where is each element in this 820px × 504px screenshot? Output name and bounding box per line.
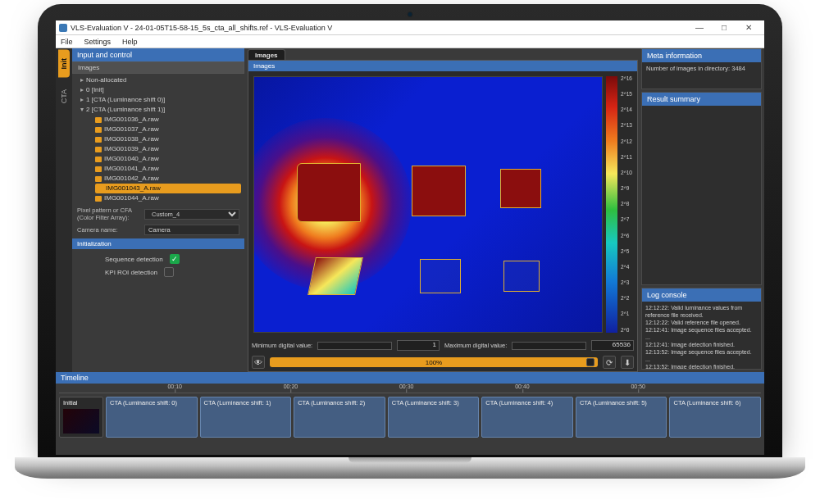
- file-icon: [95, 176, 102, 182]
- side-tab-init[interactable]: Init: [58, 50, 70, 78]
- menu-help[interactable]: Help: [122, 38, 138, 46]
- timeline: 00:1000:2000:3000:4000:50 InitialCTA (Lu…: [56, 384, 764, 443]
- min-digital-value[interactable]: 1: [397, 340, 440, 351]
- tree-cta0[interactable]: 1 [CTA (Luminance shift 0)]: [86, 96, 165, 103]
- side-tab-strip: Init CTA: [56, 48, 72, 372]
- timeline-clip[interactable]: CTA (Luminance shift: 2): [294, 397, 385, 438]
- side-tab-cta[interactable]: CTA: [58, 81, 70, 111]
- timeline-clip[interactable]: CTA (Luminance shift: 0): [106, 397, 198, 438]
- laptop-base: [15, 457, 805, 479]
- minimize-button[interactable]: —: [687, 20, 712, 35]
- timeline-clip[interactable]: Initial: [59, 397, 103, 438]
- eye-icon[interactable]: 👁: [252, 356, 265, 369]
- file-item[interactable]: IMG001042_A.raw: [95, 174, 241, 184]
- sequence-detection-label: Sequence detection: [105, 256, 163, 263]
- file-item[interactable]: IMG001036_A.raw: [95, 115, 241, 125]
- image-tree[interactable]: ▸Non-allocated ▸0 [Init] ▸1 [CTA (Lumina…: [72, 74, 244, 205]
- min-digital-slider[interactable]: [317, 342, 392, 350]
- kpi-roi-checkbox[interactable]: [164, 267, 174, 277]
- tree-non-allocated[interactable]: Non-allocated: [86, 76, 126, 84]
- close-button[interactable]: ✕: [736, 20, 761, 35]
- file-item[interactable]: IMG001041_A.raw: [95, 164, 241, 174]
- timeline-clip[interactable]: CTA (Luminance shift: 4): [481, 397, 573, 438]
- viewer-header: Images: [248, 61, 637, 71]
- timeline-clip[interactable]: CTA (Luminance shift: 1): [200, 397, 292, 438]
- max-digital-slider[interactable]: [512, 342, 586, 350]
- window-title: VLS-Evaluation V - 24-01-05T15-58-15_5s_…: [71, 24, 332, 32]
- file-icon: [95, 117, 102, 123]
- timeline-ruler[interactable]: 00:1000:2000:3000:4000:50: [59, 384, 761, 393]
- file-icon: [95, 137, 102, 143]
- file-icon: [95, 127, 102, 133]
- camera-input[interactable]: [144, 225, 239, 235]
- max-digital-value[interactable]: 65536: [591, 340, 634, 351]
- file-icon: [95, 166, 102, 172]
- min-digital-label: Minimum digital value:: [252, 342, 312, 349]
- right-column: Meta information Number of images in dir…: [641, 48, 764, 372]
- laptop-frame: VLS-Evaluation V - 24-01-05T15-58-15_5s_…: [38, 4, 782, 459]
- file-icon: [95, 196, 102, 202]
- file-icon: [95, 157, 102, 162]
- result-body: [642, 106, 761, 132]
- timeline-clip[interactable]: CTA (Luminance shift: 3): [388, 397, 480, 438]
- screen: VLS-Evaluation V - 24-01-05T15-58-15_5s_…: [56, 20, 764, 455]
- file-icon: [95, 147, 102, 152]
- kpi-roi-label: KPI ROI detection: [105, 269, 157, 276]
- center-panel: Images Images: [244, 48, 641, 372]
- cfa-label: Pixel pattern or CFA (Color Filter Array…: [77, 207, 141, 221]
- timeline-clip[interactable]: CTA (Luminance shift: 6): [669, 397, 761, 438]
- initialization-header: Initialization: [72, 238, 244, 249]
- reset-zoom-icon[interactable]: ⟳: [603, 356, 616, 369]
- webcam: [408, 11, 413, 17]
- file-item[interactable]: IMG001039_A.raw: [95, 144, 241, 154]
- cfa-select[interactable]: Custom_4: [144, 209, 239, 220]
- window-titlebar: VLS-Evaluation V - 24-01-05T15-58-15_5s_…: [56, 20, 764, 35]
- camera-label: Camera name:: [77, 226, 141, 234]
- images-subheader: Images: [72, 61, 244, 74]
- download-icon[interactable]: ⬇: [621, 356, 634, 369]
- timeline-clips: InitialCTA (Luminance shift: 0)CTA (Lumi…: [59, 393, 761, 438]
- zoom-slider[interactable]: 100%: [270, 357, 598, 367]
- log-header: Log console: [642, 288, 761, 302]
- left-panel: Input and control Images ▸Non-allocated …: [72, 48, 244, 372]
- meta-header: Meta information: [642, 49, 761, 62]
- images-tab[interactable]: Images: [248, 49, 285, 60]
- maximize-button[interactable]: □: [712, 20, 736, 35]
- colorbar-ticks: 2^162^152^142^132^122^112^102^92^82^72^6…: [621, 76, 632, 333]
- meta-body: Number of images in directory: 3484: [642, 62, 761, 89]
- colorbar: [606, 76, 617, 333]
- file-item[interactable]: IMG001040_A.raw: [95, 154, 241, 164]
- tree-cta1[interactable]: 2 [CTA (Luminance shift 1)]: [86, 106, 165, 113]
- file-icon: [97, 186, 103, 192]
- sequence-detection-checkbox[interactable]: ✓: [170, 254, 180, 264]
- app-body: Init CTA Input and control Images ▸Non-a…: [56, 48, 764, 455]
- result-header: Result summary: [642, 93, 761, 106]
- file-item[interactable]: IMG001038_A.raw: [95, 134, 241, 144]
- timeline-clip[interactable]: CTA (Luminance shift: 5): [576, 397, 667, 438]
- timeline-header: Timeline: [56, 372, 764, 384]
- menu-settings[interactable]: Settings: [84, 38, 112, 46]
- menu-file[interactable]: File: [61, 38, 73, 46]
- log-body[interactable]: 12:12:22: Valid luminance values from re…: [642, 302, 761, 369]
- max-digital-label: Maximum digital value:: [444, 342, 507, 349]
- input-control-header: Input and control: [72, 48, 244, 61]
- app-icon: [59, 24, 67, 32]
- file-item[interactable]: IMG001037_A.raw: [95, 125, 241, 134]
- heatmap-viewer[interactable]: [253, 76, 603, 333]
- file-item[interactable]: IMG001044_A.raw: [95, 193, 241, 203]
- tree-init[interactable]: 0 [Init]: [86, 86, 104, 93]
- menu-bar: File Settings Help: [56, 35, 764, 48]
- file-item[interactable]: IMG001043_A.raw: [95, 184, 241, 193]
